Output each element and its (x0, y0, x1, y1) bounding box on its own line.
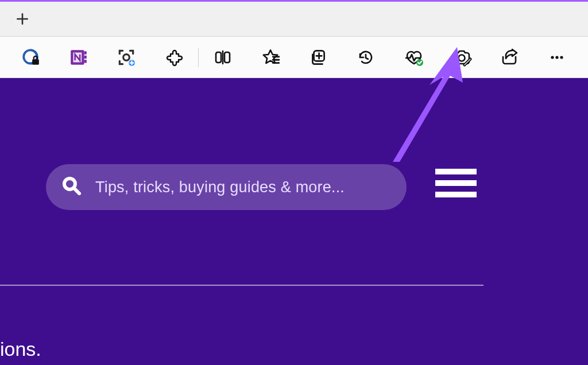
performance-button[interactable] (390, 44, 438, 71)
hamburger-bar-icon (435, 169, 477, 174)
site-search (46, 164, 407, 210)
svg-rect-6 (84, 60, 86, 63)
svg-rect-4 (84, 51, 86, 54)
svg-line-22 (74, 188, 80, 194)
extensions-button[interactable] (150, 44, 198, 71)
hamburger-bar-icon (435, 192, 477, 197)
favorites-button[interactable] (246, 44, 294, 71)
plus-icon (15, 11, 30, 26)
menu-button[interactable] (435, 169, 477, 197)
search-input[interactable] (95, 178, 407, 196)
performance-icon (404, 48, 424, 67)
browser-action-bar (0, 37, 588, 78)
footer-text-fragment: ions. (0, 338, 41, 360)
hamburger-bar-icon (435, 180, 477, 186)
onenote-icon (69, 48, 88, 67)
svg-rect-10 (225, 52, 230, 63)
page-content: ions. (0, 78, 588, 365)
history-icon (357, 48, 375, 67)
svg-point-18 (551, 56, 554, 59)
favorites-icon (261, 48, 280, 67)
svg-point-20 (560, 56, 563, 59)
collections-icon (308, 48, 328, 67)
extensions-icon (165, 48, 183, 67)
horizontal-rule (0, 285, 483, 286)
split-screen-button[interactable] (199, 44, 246, 71)
split-screen-icon (214, 48, 232, 67)
onenote-button[interactable] (55, 44, 102, 71)
share-icon (500, 48, 519, 67)
password-manager-button[interactable] (7, 44, 55, 71)
capture-icon (117, 48, 136, 67)
svg-rect-1 (32, 59, 39, 65)
capture-button[interactable] (103, 44, 150, 71)
svg-rect-9 (216, 52, 221, 63)
svg-rect-5 (84, 55, 86, 58)
new-tab-button[interactable] (9, 6, 36, 32)
share-button[interactable] (485, 44, 533, 71)
more-icon (548, 49, 566, 66)
search-icon (61, 175, 83, 199)
more-button[interactable] (533, 44, 581, 71)
browser-tab-strip (0, 0, 588, 37)
svg-point-17 (458, 55, 465, 61)
search-pill[interactable] (46, 164, 407, 210)
history-button[interactable] (342, 44, 390, 71)
collections-button[interactable] (294, 44, 342, 71)
web-capture-button[interactable] (438, 44, 485, 71)
svg-point-7 (123, 54, 130, 60)
password-manager-icon (21, 48, 41, 67)
svg-point-19 (556, 56, 559, 59)
web-capture-icon (451, 48, 472, 67)
